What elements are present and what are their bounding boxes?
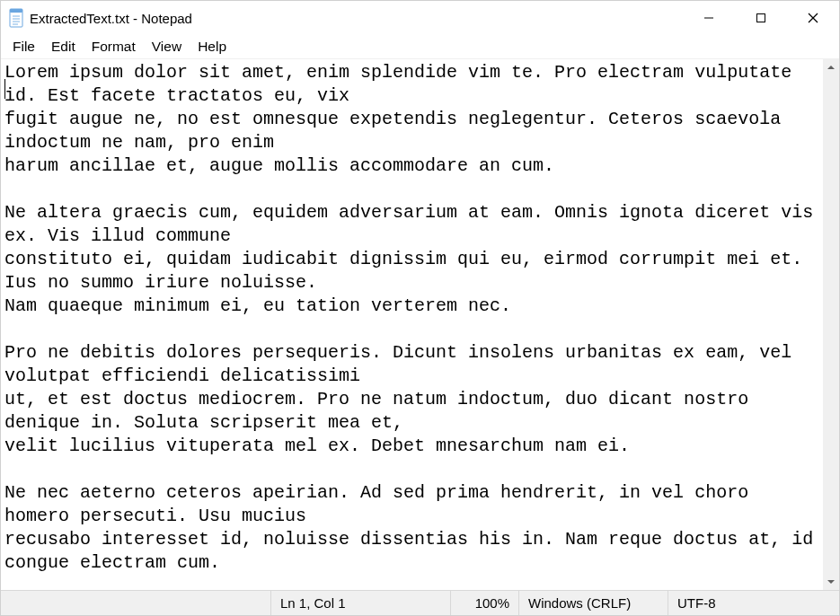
status-zoom: 100% xyxy=(450,591,518,615)
text-editor[interactable]: Lorem ipsum dolor sit amet, enim splendi… xyxy=(1,59,823,590)
maximize-button[interactable] xyxy=(735,1,787,35)
title-bar[interactable]: ExtractedText.txt - Notepad xyxy=(1,1,839,35)
status-empty xyxy=(1,591,270,615)
minimize-button[interactable] xyxy=(683,1,735,35)
scroll-down-button[interactable] xyxy=(823,574,839,590)
editor-area: Lorem ipsum dolor sit amet, enim splendi… xyxy=(1,58,839,590)
menu-format[interactable]: Format xyxy=(84,37,144,57)
document-content: Lorem ipsum dolor sit amet, enim splendi… xyxy=(4,62,823,573)
status-bar: Ln 1, Col 1 100% Windows (CRLF) UTF-8 xyxy=(1,590,839,615)
menu-help[interactable]: Help xyxy=(190,37,234,57)
window-title: ExtractedText.txt - Notepad xyxy=(30,11,192,26)
svg-rect-1 xyxy=(10,9,22,13)
menu-bar: File Edit Format View Help xyxy=(1,35,839,58)
text-caret xyxy=(4,79,5,99)
status-line-ending: Windows (CRLF) xyxy=(518,591,668,615)
notepad-icon xyxy=(8,8,24,28)
svg-rect-7 xyxy=(757,14,765,22)
menu-file[interactable]: File xyxy=(4,37,43,57)
vertical-scrollbar[interactable] xyxy=(823,59,839,590)
scroll-up-button[interactable] xyxy=(823,59,839,75)
close-button[interactable] xyxy=(787,1,839,35)
status-cursor-position: Ln 1, Col 1 xyxy=(270,591,450,615)
status-encoding: UTF-8 xyxy=(668,591,839,615)
menu-view[interactable]: View xyxy=(144,37,190,57)
menu-edit[interactable]: Edit xyxy=(43,37,84,57)
